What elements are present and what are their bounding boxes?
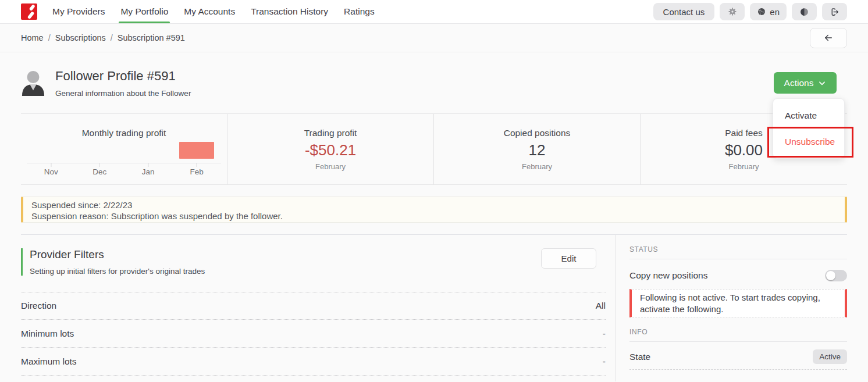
chart-x-axis: [27, 163, 221, 163]
brand-logo-icon[interactable]: [21, 3, 37, 20]
state-badge: Active: [813, 349, 847, 364]
state-row: State Active: [629, 349, 847, 370]
chart-axis-label: Nov: [44, 167, 58, 176]
chart-tick: [148, 163, 148, 167]
stat-period: February: [641, 162, 847, 171]
provider-filters-section: Provider Filters Setting up initial filt…: [21, 235, 606, 381]
page: My Providers My Portfolio My Accounts Tr…: [0, 0, 868, 382]
breadcrumb-separator: /: [111, 33, 113, 42]
nav-item-my-portfolio[interactable]: My Portfolio: [120, 0, 168, 23]
filter-value: -: [603, 356, 606, 367]
breadcrumb-current: Subscription #591: [118, 33, 185, 42]
logout-icon: [830, 7, 839, 17]
follower-avatar: [21, 70, 45, 97]
stat-label: Trading profit: [227, 128, 433, 138]
top-navbar: My Providers My Portfolio My Accounts Tr…: [0, 0, 868, 24]
filter-rows: Direction All Minimum lots - Maximum lot…: [21, 292, 606, 376]
language-label: en: [770, 7, 780, 17]
content-columns: Provider Filters Setting up initial filt…: [21, 235, 847, 381]
filter-row-minimum-lots: Minimum lots -: [21, 320, 606, 348]
contrast-icon: [799, 7, 809, 17]
copy-new-positions-toggle[interactable]: [825, 270, 847, 281]
chart-axis-label: Jan: [142, 167, 155, 176]
provider-filters-title: Provider Filters: [30, 248, 205, 261]
nav-item-my-providers[interactable]: My Providers: [52, 0, 105, 23]
contact-us-button[interactable]: Contact us: [653, 3, 715, 20]
contrast-button[interactable]: [792, 3, 817, 20]
gear-icon: [728, 7, 737, 16]
breadcrumb: Home / Subscriptions / Subscription #591: [0, 24, 868, 52]
provider-filters-subtitle: Setting up initial filters for provider'…: [30, 267, 205, 276]
nav-item-transaction-history[interactable]: Transaction History: [251, 0, 328, 23]
menu-item-activate[interactable]: Activate: [773, 102, 844, 128]
stat-label: Copied positions: [434, 128, 640, 138]
status-panel: STATUS Copy new positions Following is n…: [629, 235, 847, 381]
stat-monthly-trading-profit: Monthly trading profit NovDecJanFeb: [21, 114, 227, 184]
back-arrow-icon: [823, 33, 834, 43]
following-inactive-alert: Following is not active. To start trades…: [629, 289, 847, 317]
actions-dropdown-menu: Activate Unsubscribe: [773, 98, 845, 159]
profile-header: Follower Profile #591 General informatio…: [0, 52, 868, 113]
filter-label: Direction: [21, 301, 56, 311]
stat-period: February: [434, 162, 640, 171]
filter-row-maximum-lots: Maximum lots -: [21, 348, 606, 376]
actions-button-label: Actions: [784, 78, 814, 88]
status-divider: [629, 259, 847, 259]
chart-tick: [197, 163, 197, 167]
navbar-actions: Contact us: [653, 3, 847, 20]
chart-axis-label: Dec: [93, 167, 106, 176]
edit-button[interactable]: Edit: [541, 248, 596, 269]
nav-item-my-accounts[interactable]: My Accounts: [184, 0, 235, 23]
copy-new-positions-label: Copy new positions: [629, 270, 707, 281]
stat-value: 12: [434, 141, 640, 159]
language-button[interactable]: en: [750, 3, 787, 20]
filter-label: Minimum lots: [21, 329, 74, 339]
chart-tick: [99, 163, 100, 167]
suspended-since-text: Suspended since: 2/22/23: [31, 199, 837, 210]
stat-period: February: [227, 162, 433, 171]
column-divider: [615, 235, 616, 381]
suspension-reason-text: Suspension reason: Subscription was susp…: [31, 210, 837, 222]
stat-trading-profit: Trading profit -$50.21 February: [227, 114, 434, 184]
info-divider: [629, 341, 847, 342]
filter-value: -: [603, 329, 606, 339]
status-heading: STATUS: [629, 245, 847, 254]
breadcrumb-home[interactable]: Home: [21, 33, 44, 42]
menu-item-unsubscribe[interactable]: Unsubscribe: [773, 128, 844, 155]
chart-tick: [51, 163, 51, 167]
page-title: Follower Profile #591: [55, 69, 191, 84]
nav-item-ratings[interactable]: Ratings: [344, 0, 375, 23]
actions-button[interactable]: Actions: [774, 72, 837, 94]
filter-label: Maximum lots: [21, 356, 77, 367]
back-button[interactable]: [810, 28, 847, 48]
logout-button[interactable]: [822, 3, 847, 20]
info-heading: INFO: [629, 328, 847, 336]
monthly-profit-chart: NovDecJanFeb: [27, 137, 221, 181]
chevron-down-icon: [818, 79, 826, 87]
filter-row-direction: Direction All: [21, 292, 606, 320]
stats-row: Monthly trading profit NovDecJanFeb Trad…: [21, 113, 847, 185]
breadcrumb-subscriptions[interactable]: Subscriptions: [55, 33, 106, 42]
filter-value: All: [596, 301, 606, 311]
chart-bar-feb: [179, 142, 214, 159]
stat-copied-positions: Copied positions 12 February: [434, 114, 641, 184]
chart-axis-label: Feb: [190, 167, 204, 176]
copy-new-positions-row: Copy new positions: [629, 270, 847, 281]
stat-value: -$50.21: [227, 141, 433, 159]
breadcrumb-separator: /: [48, 33, 51, 42]
settings-button[interactable]: [720, 3, 745, 20]
suspension-warning-banner: Suspended since: 2/22/23 Suspension reas…: [21, 197, 847, 223]
globe-icon: [757, 7, 766, 16]
page-subtitle: General information about the Follower: [55, 89, 191, 98]
nav-items: My Providers My Portfolio My Accounts Tr…: [52, 0, 375, 23]
state-label: State: [629, 352, 650, 362]
